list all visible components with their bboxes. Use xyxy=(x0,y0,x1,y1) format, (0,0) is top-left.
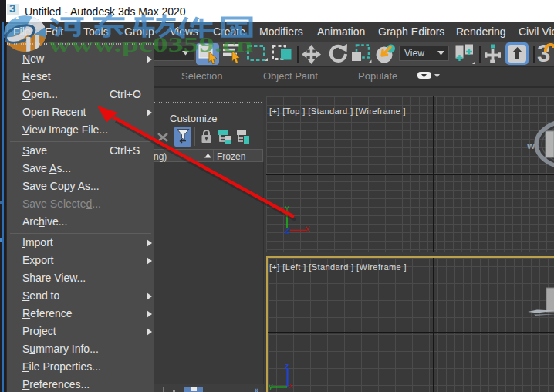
svg-text:www.pc0359.cn: www.pc0359.cn xyxy=(49,34,254,56)
svg-text:w: w xyxy=(526,140,535,151)
svg-text:Z: Z xyxy=(285,226,290,234)
svg-text:y: y xyxy=(269,381,273,390)
svg-text:X: X xyxy=(305,225,310,234)
svg-text:Y: Y xyxy=(285,206,289,212)
svg-text:x: x xyxy=(289,380,293,390)
